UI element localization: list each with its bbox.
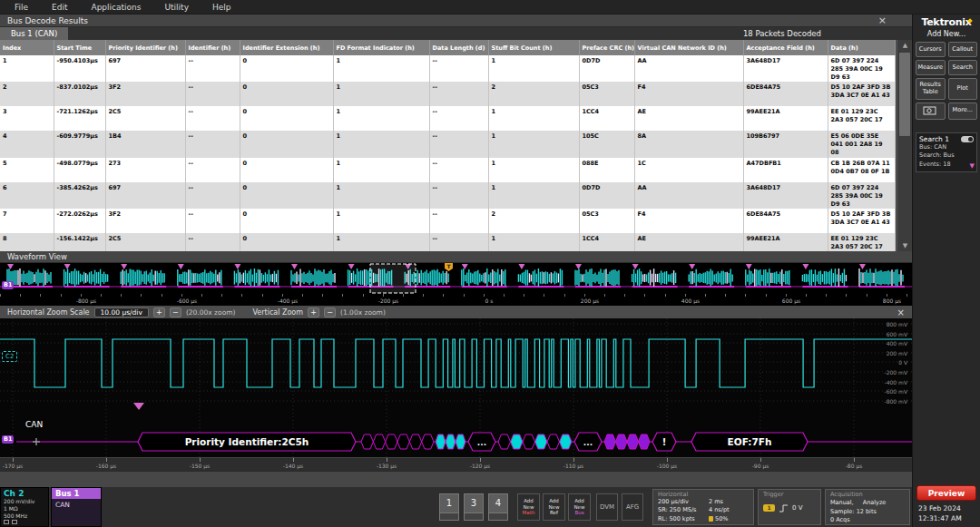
add-new-math-button[interactable]: AddNewMath xyxy=(517,493,540,521)
close-results-icon[interactable]: × xyxy=(878,15,887,25)
zoom-display-icon xyxy=(923,106,937,116)
column-header[interactable]: Priority Identifier (h) xyxy=(105,40,185,55)
horizontal-zoom-readout: (20.00x zoom) xyxy=(186,308,236,317)
search-toggle-badge[interactable] xyxy=(961,136,974,142)
column-header[interactable]: Acceptance Field (h) xyxy=(743,40,828,55)
horizontal-panel[interactable]: Horizontal 200 µs/div 2 ms SR: 250 MS/s … xyxy=(652,489,754,525)
table-scrollbar[interactable]: ▲ ▼ xyxy=(897,40,912,251)
time-label: -140 µs xyxy=(283,463,303,469)
menu-help[interactable]: Help xyxy=(212,3,231,12)
svg-text:...: ... xyxy=(477,438,486,447)
acquisition-panel[interactable]: Acquisition Manual, Analyze Sample: 12 b… xyxy=(825,489,910,525)
column-header[interactable]: Virtual CAN Network ID (h) xyxy=(634,40,743,55)
vertical-zoom-in-button[interactable]: + xyxy=(308,307,319,317)
column-header[interactable]: Start Time xyxy=(54,40,105,55)
column-header[interactable]: Identifier (h) xyxy=(185,40,240,55)
time-label: -90 µs xyxy=(752,463,769,469)
sample-rate: SR: 250 MS/s xyxy=(658,506,709,514)
measure-button[interactable]: Measure xyxy=(916,60,946,75)
menu-file[interactable]: File xyxy=(15,3,28,12)
search-1-title: Search 1 xyxy=(919,135,949,143)
svg-text:...: ... xyxy=(583,438,593,447)
table-row[interactable]: 1-950.4103µs697--01--10D7DAA3A648D176D 0… xyxy=(0,55,895,82)
channel-2-waveform-badge[interactable]: C2 xyxy=(2,351,17,362)
svg-text:Priority Identifier:2C5h: Priority Identifier:2C5h xyxy=(185,436,309,447)
bus-decode-results-panel: Bus Decode Results × Bus 1 (CAN) 18 Pack… xyxy=(0,15,912,251)
settings-bar: Ch 2 200 mV/div 1 MΩ 500 MHz Bus 1 CAN 1… xyxy=(0,487,912,527)
column-header[interactable]: Index xyxy=(0,40,54,55)
add-new-ref-button[interactable]: AddNewRef xyxy=(543,493,565,521)
column-header[interactable]: Data (h) xyxy=(828,40,895,55)
overview-time-label: -800 µs xyxy=(76,298,96,304)
scroll-down-icon[interactable]: ▼ xyxy=(897,240,912,251)
trigger-panel[interactable]: Trigger 1 0 V xyxy=(758,489,821,525)
zoom-in-button[interactable]: + xyxy=(153,307,165,317)
menu-applications[interactable]: Applications xyxy=(92,3,142,12)
dvm-button[interactable]: DVM xyxy=(596,493,618,521)
table-row[interactable]: 2-837.0102µs3F2--01--205C3F46DE84A75D5 1… xyxy=(0,82,895,106)
results-tab-row: Bus 1 (CAN) 18 Packets Decoded xyxy=(0,27,912,40)
channel-4-button[interactable]: 4 xyxy=(488,493,508,521)
bus-can-label: CAN xyxy=(25,420,43,429)
close-zoom-icon[interactable]: × xyxy=(897,307,905,317)
cursors-button[interactable]: Cursors xyxy=(916,42,946,57)
waveform-overview[interactable]: T B1 -800 µs-600 µs-400 µs-200 µs0 s200 … xyxy=(0,263,912,306)
more-button[interactable]: More... xyxy=(948,102,978,120)
bus1-waveform-badge[interactable]: B1 xyxy=(2,435,14,444)
tab-bus1-can[interactable]: Bus 1 (CAN) xyxy=(0,27,68,40)
decode-table: IndexStart TimePriority Identifier (h)Id… xyxy=(0,40,896,251)
zoom-display-button[interactable] xyxy=(916,102,946,120)
scroll-up-icon[interactable]: ▲ xyxy=(897,40,912,51)
bus-1-name: Bus 1 xyxy=(52,488,101,499)
record-length: RL: 500 kpts xyxy=(658,515,709,523)
voltage-label: -800 mV xyxy=(885,398,907,405)
plot-button[interactable]: Plot xyxy=(948,78,978,100)
overview-bus1-badge[interactable]: B1 xyxy=(2,281,14,289)
results-table-button[interactable]: Results Table xyxy=(916,78,946,100)
bus-1-badge[interactable]: Bus 1 CAN xyxy=(51,487,102,527)
table-row[interactable]: 3-721.1262µs2C5--01--11CC4AE99AEE21AEE 0… xyxy=(0,106,895,131)
channel-1-button[interactable]: 1 xyxy=(439,493,459,521)
column-header[interactable]: Data Length (d) xyxy=(429,40,488,55)
preview-button[interactable]: Preview xyxy=(916,485,976,501)
callout-button[interactable]: Callout xyxy=(948,42,978,57)
vertical-zoom-out-button[interactable]: − xyxy=(324,307,336,317)
table-row[interactable]: 5-498.0779µs273--01--1088E1CA47DBFB1CB 1… xyxy=(0,158,895,182)
search-marker-icon: ▼ xyxy=(970,162,975,170)
table-row[interactable]: 4-609.9779µs1B4--01--1105C8A109B6797E5 0… xyxy=(0,131,895,157)
waveform-view-title: Waveform View xyxy=(7,252,67,261)
add-new-buttons: AddNewMathAddNewRefAddNewBus xyxy=(517,493,591,521)
column-header[interactable]: Stuff Bit Count (h) xyxy=(488,40,579,55)
overview-time-label: 200 µs xyxy=(581,298,599,304)
horizontal-window: 2 ms xyxy=(709,498,749,506)
search-1-panel[interactable]: Search 1 Bus: CAN Search: Bus Events: 18… xyxy=(916,132,977,172)
channel-enable-buttons: 134 xyxy=(439,493,508,521)
overview-time-label: 0 s xyxy=(485,298,494,304)
column-header[interactable]: Identifier Extension (h) xyxy=(240,40,333,55)
search-button[interactable]: Search xyxy=(948,60,978,75)
overview-time-label: 400 µs xyxy=(681,298,700,304)
table-row[interactable]: 6-385.4262µs697--01--10D7DAA3A648D176D 0… xyxy=(0,182,895,209)
coupling-icon xyxy=(4,520,9,524)
voltage-label: -200 mV xyxy=(885,369,907,376)
column-header[interactable]: FD Format Indicator (h) xyxy=(333,40,429,55)
menu-edit[interactable]: Edit xyxy=(52,3,67,12)
zoom-out-button[interactable]: − xyxy=(170,307,181,317)
table-row[interactable]: 7-272.0262µs3F2--01--205C3F46DE84A75D5 1… xyxy=(0,209,895,233)
date-label: 23 Feb 2024 xyxy=(918,504,976,514)
trigger-panel-title: Trigger xyxy=(763,491,816,498)
zoomed-waveform-area[interactable]: Priority Identifier:2C5h......!EOF:7Fh C… xyxy=(0,318,912,457)
scrollbar-thumb[interactable] xyxy=(899,53,910,136)
afg-button[interactable]: AFG xyxy=(622,493,643,521)
add-new-bus-button[interactable]: AddNewBus xyxy=(568,493,591,521)
results-title-bar: Bus Decode Results × xyxy=(0,15,912,27)
menu-utility[interactable]: Utility xyxy=(164,3,188,12)
table-row[interactable]: 8-156.1422µs2C5--01--11CC4AE99AEE21AEE 0… xyxy=(0,233,895,251)
voltage-label: -600 mV xyxy=(885,388,907,395)
channel-3-button[interactable]: 3 xyxy=(464,493,484,521)
channel-2-badge[interactable]: Ch 2 200 mV/div 1 MΩ 500 MHz xyxy=(0,487,49,527)
add-new-label: Add New... xyxy=(913,30,980,38)
column-header[interactable]: Preface CRC (h) xyxy=(579,40,634,55)
voltage-label: 800 mV xyxy=(887,321,907,327)
zoom-scale-value[interactable]: 10.00 µs/div xyxy=(94,307,149,317)
